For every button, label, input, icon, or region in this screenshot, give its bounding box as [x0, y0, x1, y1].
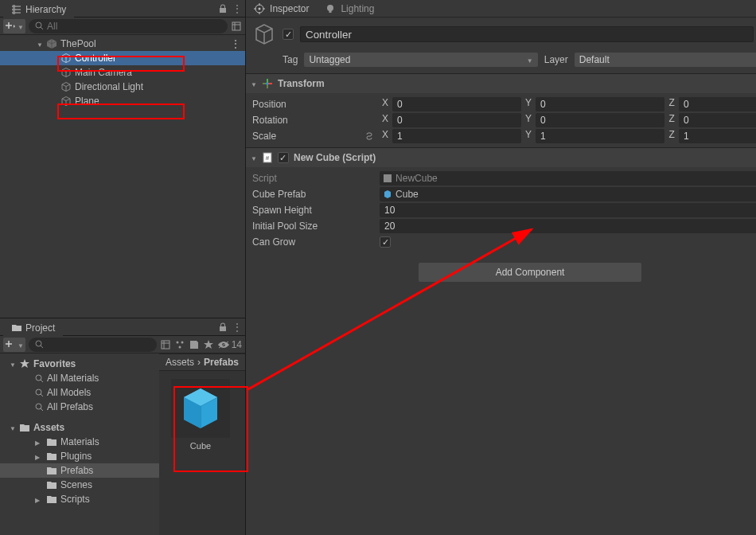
cube-prefab-label: Cube Prefab [252, 189, 378, 200]
position-label: Position [252, 99, 378, 110]
hierarchy-item-label: Directional Light [75, 81, 143, 92]
gameobject-name-input[interactable] [300, 26, 754, 42]
svg-point-5 [181, 341, 183, 343]
breadcrumb-root[interactable]: Assets [166, 357, 194, 368]
rotation-x-input[interactable] [392, 113, 521, 127]
scene-menu-icon[interactable] [231, 38, 240, 49]
scale-y-input[interactable] [536, 129, 664, 143]
rotation-z-input[interactable] [679, 113, 756, 127]
save-search-icon[interactable] [189, 339, 200, 350]
breadcrumb-current[interactable]: Prefabs [204, 357, 239, 368]
folder-scripts[interactable]: Scripts [0, 492, 159, 506]
inspector-icon [254, 3, 265, 14]
svg-point-12 [327, 5, 333, 11]
script-title: New Cube (Script) [294, 152, 376, 163]
script-enabled-checkbox[interactable] [278, 152, 289, 163]
scale-x-input[interactable] [392, 129, 521, 143]
position-y-input[interactable] [536, 97, 664, 111]
scale-z-input[interactable] [679, 129, 756, 143]
svg-point-7 [36, 375, 41, 381]
svg-point-4 [176, 341, 178, 343]
panel-menu-icon[interactable] [232, 322, 242, 333]
filter-by-type-icon[interactable] [160, 339, 171, 350]
hidden-count[interactable]: 14 [217, 339, 242, 350]
filter-by-label-icon[interactable] [174, 339, 185, 350]
foldout-icon[interactable] [10, 422, 16, 433]
hidden-count-value: 14 [232, 339, 242, 350]
hierarchy-search[interactable] [29, 19, 228, 33]
foldout-icon[interactable] [35, 436, 43, 447]
favorites-header[interactable]: Favorites [0, 357, 159, 371]
svg-rect-13 [329, 10, 332, 13]
layer-label: Layer [544, 54, 568, 65]
folder-plugins[interactable]: Plugins [0, 449, 159, 463]
foldout-icon[interactable] [35, 451, 43, 462]
foldout-icon[interactable] [35, 494, 43, 505]
gameobject-enabled-checkbox[interactable] [283, 29, 294, 40]
breadcrumb-separator: › [197, 357, 201, 368]
favorite-all-models[interactable]: All Models [0, 385, 159, 400]
gameobject-icon [60, 96, 72, 107]
can-grow-checkbox[interactable] [380, 236, 391, 248]
scene-picker-icon[interactable] [231, 21, 242, 32]
assets-header[interactable]: Assets [0, 420, 159, 435]
add-component-button[interactable]: Add Component [419, 263, 641, 282]
prefab-icon [383, 189, 392, 199]
hierarchy-item-controller[interactable]: Controller [0, 51, 245, 65]
hierarchy-item-main-camera[interactable]: Main Camera [0, 65, 245, 80]
cube-prefab-field[interactable]: Cube ⊙ [380, 187, 756, 201]
hierarchy-item-label: Controller [75, 53, 116, 64]
folder-materials[interactable]: Materials [0, 435, 159, 449]
inspector-header: Inspector Lighting [246, 0, 756, 18]
favorite-all-materials[interactable]: All Materials [0, 371, 159, 385]
scene-name: ThePool [60, 38, 96, 49]
panel-menu-icon[interactable] [232, 3, 242, 14]
folder-scenes[interactable]: Scenes [0, 478, 159, 492]
asset-cube[interactable]: Cube [167, 379, 234, 451]
project-search[interactable] [29, 338, 157, 352]
position-row: Position X Y Z [252, 96, 756, 112]
project-tab[interactable]: Project [3, 318, 63, 336]
initial-pool-size-row: Initial Pool Size [252, 218, 756, 234]
can-grow-row: Can Grow [252, 234, 756, 250]
foldout-icon[interactable] [10, 358, 16, 369]
lock-icon[interactable] [218, 4, 228, 14]
layer-dropdown[interactable]: Default [575, 53, 756, 67]
csharp-icon [383, 174, 392, 183]
folder-prefabs[interactable]: Prefabs [0, 463, 159, 478]
initial-pool-input[interactable] [380, 219, 756, 233]
script-field[interactable]: NewCube ⊙ [380, 171, 756, 185]
star-icon[interactable] [203, 339, 214, 350]
hierarchy-item-plane[interactable]: Plane [0, 94, 245, 108]
rotation-y-input[interactable] [536, 113, 664, 127]
tag-dropdown[interactable]: Untagged [304, 53, 537, 67]
position-x-input[interactable] [392, 97, 521, 111]
favorite-all-prefabs[interactable]: All Prefabs [0, 400, 159, 414]
spawn-height-input[interactable] [380, 203, 756, 217]
gameobject-icon [60, 81, 72, 92]
inspector-tab[interactable]: Inspector [246, 1, 317, 17]
rotation-label: Rotation [252, 115, 378, 126]
hierarchy-panel-header: Hierarchy [0, 0, 245, 18]
tag-layer-row: Tag Untagged Layer Default [246, 51, 756, 73]
script-header[interactable]: # New Cube (Script) ? [246, 148, 756, 167]
position-z-input[interactable] [679, 97, 756, 111]
constrain-proportions-icon[interactable] [364, 131, 375, 141]
transform-header[interactable]: Transform ? [246, 74, 756, 93]
scene-row[interactable]: ThePool [0, 37, 245, 51]
project-search-input[interactable] [47, 339, 150, 350]
create-asset-button[interactable] [3, 338, 25, 352]
transform-component: Transform ? Position X Y Z Rota [246, 73, 756, 147]
hierarchy-toolbar [0, 18, 245, 35]
lock-icon[interactable] [218, 322, 228, 332]
hierarchy-search-input[interactable] [47, 21, 221, 32]
foldout-icon[interactable] [251, 78, 257, 89]
lighting-tab[interactable]: Lighting [317, 1, 382, 17]
hierarchy-item-directional-light[interactable]: Directional Light [0, 80, 245, 94]
foldout-icon[interactable] [251, 152, 257, 163]
project-panel-header: Project [0, 318, 245, 336]
foldout-icon[interactable] [37, 38, 46, 49]
cube-prefab-row: Cube Prefab Cube ⊙ [252, 186, 756, 202]
hierarchy-tab[interactable]: Hierarchy [3, 0, 74, 18]
create-button[interactable] [3, 19, 25, 33]
